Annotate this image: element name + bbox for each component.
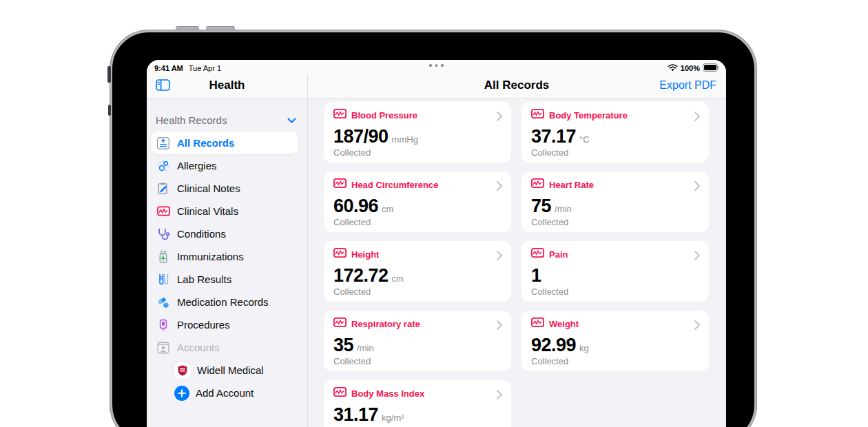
vitals-waveform-icon [333, 317, 347, 330]
record-card-blood-pressure[interactable]: Blood Pressure 187/90mmHg Collected [324, 102, 511, 163]
sidebar-item-label: All Records [177, 137, 234, 149]
record-status: Collected [531, 147, 699, 158]
status-bar-right: 100% [668, 62, 720, 74]
date: Tue Apr 1 [189, 64, 221, 72]
chevron-down-icon [287, 114, 296, 126]
sidebar-item-procedures[interactable]: Procedures [151, 313, 298, 336]
record-value: 75 [531, 196, 551, 216]
record-value: 60.96 [333, 196, 378, 216]
sidebar-item-medication-records[interactable]: Medication Records [151, 291, 298, 313]
lab-results-icon [156, 272, 171, 287]
sidebar-item-allergies[interactable]: Allergies [151, 154, 298, 177]
add-circle-icon [174, 386, 189, 401]
battery-percent: 100% [681, 64, 700, 72]
record-card-pain[interactable]: Pain 1 Collected [521, 241, 709, 302]
record-card-respiratory-rate[interactable]: Respiratory rate 35/min Collected [324, 311, 511, 371]
record-card-height[interactable]: Height 172.72cm Collected [324, 241, 511, 302]
record-value: 35 [333, 335, 353, 355]
chevron-right-icon [497, 181, 502, 194]
sidebar-item-conditions[interactable]: Conditions [151, 222, 298, 245]
record-status: Collected [333, 356, 502, 366]
record-value: 172.72 [333, 265, 389, 286]
chevron-right-icon [497, 251, 502, 263]
record-unit: °C [579, 134, 590, 145]
record-value: 92.99 [531, 335, 576, 355]
vitals-waveform-icon [531, 109, 544, 121]
sidebar-item-clinical-notes[interactable]: Clinical Notes [151, 177, 298, 200]
sidebar-item-add-account[interactable]: Add Account [151, 382, 298, 404]
sidebar-item-label: Procedures [177, 319, 230, 331]
vitals-waveform-icon [333, 248, 347, 260]
vitals-waveform-icon [531, 178, 544, 191]
chevron-right-icon [497, 390, 502, 402]
sidebar-item-clinical-vitals[interactable]: Clinical Vitals [151, 200, 298, 222]
sidebar-item-immunizations[interactable]: Immunizations [151, 245, 298, 268]
all-records-icon [156, 136, 171, 151]
procedures-icon [156, 317, 171, 333]
record-label: Weight [549, 319, 579, 329]
clinical-vitals-icon [156, 204, 171, 219]
record-status: Collected [531, 356, 699, 366]
medical-shield-icon [174, 362, 191, 379]
sidebar-item-label: Clinical Notes [177, 183, 240, 194]
record-card-body-temperature[interactable]: Body Temperature 37.17°C Collected [521, 102, 709, 163]
vitals-waveform-icon [531, 317, 544, 330]
clock: 9:41 AM [154, 64, 183, 72]
clinical-notes-icon [156, 181, 171, 196]
sidebar-item-label: Lab Results [177, 273, 231, 285]
record-value: 31.17 [333, 404, 378, 425]
sidebar-item-all-records[interactable]: All Records [151, 132, 298, 154]
record-unit: cm [382, 204, 393, 214]
sidebar-item-accounts[interactable]: Accounts [151, 336, 298, 359]
record-value: 187/90 [333, 126, 389, 147]
record-unit: cm [392, 273, 404, 284]
record-label: Height [351, 249, 379, 260]
record-label: Blood Pressure [351, 110, 417, 121]
record-card-heart-rate[interactable]: Heart Rate 75/min Collected [521, 171, 709, 232]
navigation-bar: Health All Records Export PDF [147, 74, 726, 99]
export-pdf-button[interactable]: Export PDF [659, 79, 716, 92]
chevron-right-icon [694, 112, 700, 124]
record-status: Collected [333, 287, 502, 297]
record-card-head-circumference[interactable]: Head Circumference 60.96cm Collected [324, 171, 511, 232]
sidebar-item-label: Clinical Vitals [177, 205, 238, 217]
sidebar-item-lab-results[interactable]: Lab Results [151, 268, 298, 291]
sidebar-item-label: Widell Medical [197, 364, 264, 376]
sidebar-item-label: Immunizations [177, 251, 244, 262]
sidebar-item-label: Conditions [177, 228, 226, 240]
sidebar-item-label: Accounts [177, 342, 220, 353]
conditions-icon [156, 227, 171, 242]
section-label: Health Records [156, 114, 227, 126]
record-card-weight[interactable]: Weight 92.99kg Collected [521, 311, 709, 371]
side-button [108, 105, 111, 116]
sidebar: Health Records All Records [147, 100, 307, 427]
chevron-right-icon [497, 320, 502, 333]
accounts-icon [156, 340, 171, 355]
sidebar-item-widell-medical[interactable]: Widell Medical [151, 359, 298, 382]
chevron-right-icon [497, 112, 502, 124]
record-value: 1 [531, 265, 541, 286]
multitasking-handle[interactable] [147, 64, 726, 67]
vitals-waveform-icon [333, 387, 347, 399]
vitals-waveform-icon [333, 109, 347, 121]
allergies-icon [156, 158, 171, 174]
record-unit: /min [555, 204, 572, 214]
record-unit: mmHg [392, 134, 418, 145]
record-unit: kg [579, 343, 589, 353]
record-label: Heart Rate [549, 180, 594, 190]
record-status: Collected [531, 217, 699, 227]
chevron-right-icon [694, 181, 700, 194]
record-label: Pain [549, 249, 568, 260]
vitals-waveform-icon [333, 178, 347, 191]
immunizations-icon [156, 249, 171, 264]
medication-records-icon [156, 295, 171, 310]
record-unit: /min [357, 343, 374, 353]
battery-icon [703, 63, 720, 73]
record-status: Collected [531, 287, 699, 297]
record-card-body-mass-index[interactable]: Body Mass Index 31.17kg/m² Collected [324, 380, 511, 427]
wifi-icon [668, 64, 678, 73]
sidebar-section-health-records[interactable]: Health Records [151, 108, 298, 132]
sidebar-item-label: Allergies [177, 160, 217, 171]
health-app-screen: 9:41 AM Tue Apr 1 100% [147, 60, 726, 427]
status-bar-left: 9:41 AM Tue Apr 1 [154, 62, 221, 74]
